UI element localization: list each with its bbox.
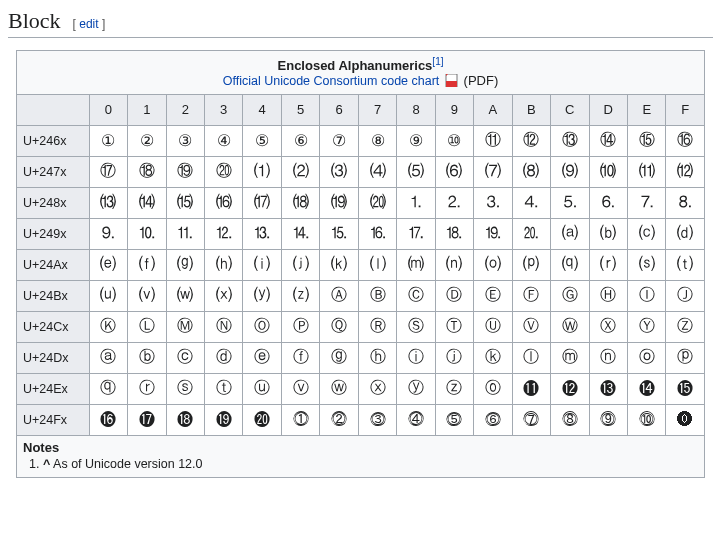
chart-caption: Enclosed Alphanumerics[1] Official Unico… — [17, 51, 705, 95]
row-header: U+248x — [17, 187, 90, 218]
unicode-chart-link[interactable]: Official Unicode Consortium code chart — [223, 74, 440, 88]
glyph-cell: Ⓩ — [666, 311, 705, 342]
glyph-cell: ③ — [166, 125, 204, 156]
edit-link[interactable]: edit — [79, 17, 98, 31]
glyph-cell: ⓩ — [435, 373, 473, 404]
glyph-cell: ⒆ — [320, 187, 358, 218]
footnote-ref[interactable]: [1] — [432, 56, 443, 67]
glyph-cell: ⓧ — [358, 373, 396, 404]
glyph-cell: ⓥ — [281, 373, 319, 404]
glyph-cell: ⒄ — [243, 187, 281, 218]
glyph-cell: Ⓖ — [551, 280, 589, 311]
col-header: 1 — [128, 94, 166, 125]
glyph-cell: ⒍ — [589, 187, 627, 218]
glyph-cell: ⓗ — [358, 342, 396, 373]
glyph-cell: ⓜ — [551, 342, 589, 373]
glyph-cell: ⑤ — [243, 125, 281, 156]
glyph-cell: ⒠ — [89, 249, 127, 280]
glyph-cell: ⓮ — [627, 373, 665, 404]
glyph-cell: ⓤ — [243, 373, 281, 404]
glyph-cell: ⓬ — [551, 373, 589, 404]
glyph-cell: ⒋ — [512, 187, 550, 218]
glyph-cell: ⒊ — [474, 187, 512, 218]
glyph-cell: ⓐ — [89, 342, 127, 373]
col-header: 7 — [358, 94, 396, 125]
glyph-cell: Ⓟ — [281, 311, 319, 342]
glyph-cell: ⒰ — [89, 280, 127, 311]
glyph-cell: ⒗ — [358, 218, 396, 249]
glyph-cell: ⓶ — [320, 404, 358, 435]
glyph-cell: ⓦ — [320, 373, 358, 404]
col-header: 8 — [397, 94, 435, 125]
glyph-cell: ⒭ — [589, 249, 627, 280]
glyph-cell: Ⓜ — [166, 311, 204, 342]
glyph-cell: ⓯ — [666, 373, 705, 404]
glyph-cell: Ⓡ — [358, 311, 396, 342]
glyph-cell: ⒝ — [589, 218, 627, 249]
glyph-cell: ⓱ — [128, 404, 166, 435]
glyph-cell: ⑹ — [435, 156, 473, 187]
glyph-cell: Ⓥ — [512, 311, 550, 342]
glyph-cell: ⑮ — [627, 125, 665, 156]
glyph-cell: ⑫ — [512, 125, 550, 156]
edit-section: [ edit ] — [73, 17, 106, 31]
glyph-cell: ⓽ — [589, 404, 627, 435]
col-header: A — [474, 94, 512, 125]
glyph-cell: ⓨ — [397, 373, 435, 404]
glyph-cell: ⒬ — [551, 249, 589, 280]
row-header: U+24Dx — [17, 342, 90, 373]
glyph-cell: ⒣ — [205, 249, 243, 280]
glyph-cell: ⒮ — [627, 249, 665, 280]
glyph-cell: Ⓞ — [243, 311, 281, 342]
glyph-cell: ⓺ — [474, 404, 512, 435]
glyph-cell: ⑥ — [281, 125, 319, 156]
glyph-cell: ⒪ — [474, 249, 512, 280]
glyph-cell: ⓕ — [281, 342, 319, 373]
row-header: U+24Ax — [17, 249, 90, 280]
glyph-cell: ⓰ — [89, 404, 127, 435]
svg-rect-1 — [446, 81, 457, 87]
glyph-cell: Ⓑ — [358, 280, 396, 311]
glyph-cell: ⒨ — [397, 249, 435, 280]
glyph-cell: ⓵ — [281, 404, 319, 435]
glyph-cell: Ⓔ — [474, 280, 512, 311]
glyph-cell: ⓔ — [243, 342, 281, 373]
glyph-cell: ⓹ — [435, 404, 473, 435]
glyph-cell: ⒏ — [666, 187, 705, 218]
glyph-cell: Ⓘ — [627, 280, 665, 311]
row-header: U+24Ex — [17, 373, 90, 404]
glyph-cell: ⑯ — [666, 125, 705, 156]
glyph-cell: Ⓗ — [589, 280, 627, 311]
glyph-cell: ⒡ — [128, 249, 166, 280]
glyph-cell: ⒟ — [666, 218, 705, 249]
glyph-cell: ⒅ — [281, 187, 319, 218]
glyph-cell: ⒚ — [474, 218, 512, 249]
glyph-cell: ⑭ — [589, 125, 627, 156]
glyph-cell: ⒵ — [281, 280, 319, 311]
glyph-cell: ⓞ — [627, 342, 665, 373]
row-header: U+24Cx — [17, 311, 90, 342]
glyph-cell: ⒞ — [627, 218, 665, 249]
glyph-cell: ⑺ — [474, 156, 512, 187]
glyph-cell: ⒫ — [512, 249, 550, 280]
edit-bracket-open: [ — [73, 17, 76, 31]
unicode-chart-table: Enclosed Alphanumerics[1] Official Unico… — [16, 50, 705, 478]
glyph-cell: ⑽ — [589, 156, 627, 187]
glyph-cell: ⓘ — [397, 342, 435, 373]
section-title: Block — [8, 8, 61, 34]
glyph-cell: ⓢ — [166, 373, 204, 404]
glyph-cell: ⓖ — [320, 342, 358, 373]
glyph-cell: ⓳ — [205, 404, 243, 435]
glyph-cell: ⒧ — [358, 249, 396, 280]
corner-cell — [17, 94, 90, 125]
glyph-cell: ⒐ — [89, 218, 127, 249]
chart-title: Enclosed Alphanumerics — [278, 58, 433, 73]
glyph-cell: ⓪ — [474, 373, 512, 404]
glyph-cell: ⒒ — [166, 218, 204, 249]
col-header: 6 — [320, 94, 358, 125]
glyph-cell: ⓚ — [474, 342, 512, 373]
glyph-cell: Ⓢ — [397, 311, 435, 342]
glyph-cell: ⒔ — [243, 218, 281, 249]
glyph-cell: Ⓠ — [320, 311, 358, 342]
notes-title: Notes — [23, 440, 698, 455]
